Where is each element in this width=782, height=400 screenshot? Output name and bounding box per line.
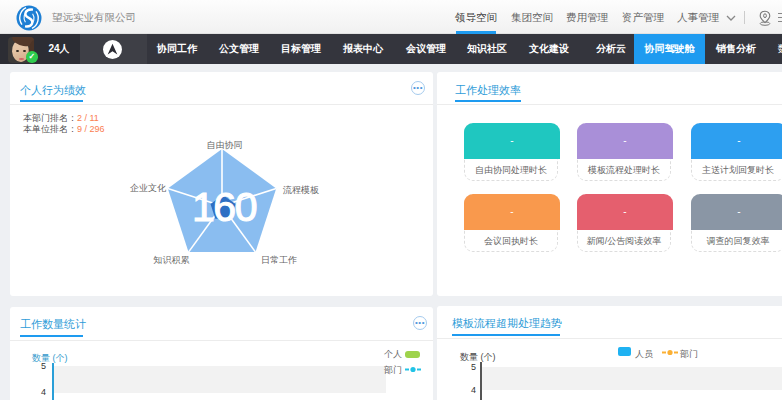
- svg-text:160: 160: [192, 184, 257, 230]
